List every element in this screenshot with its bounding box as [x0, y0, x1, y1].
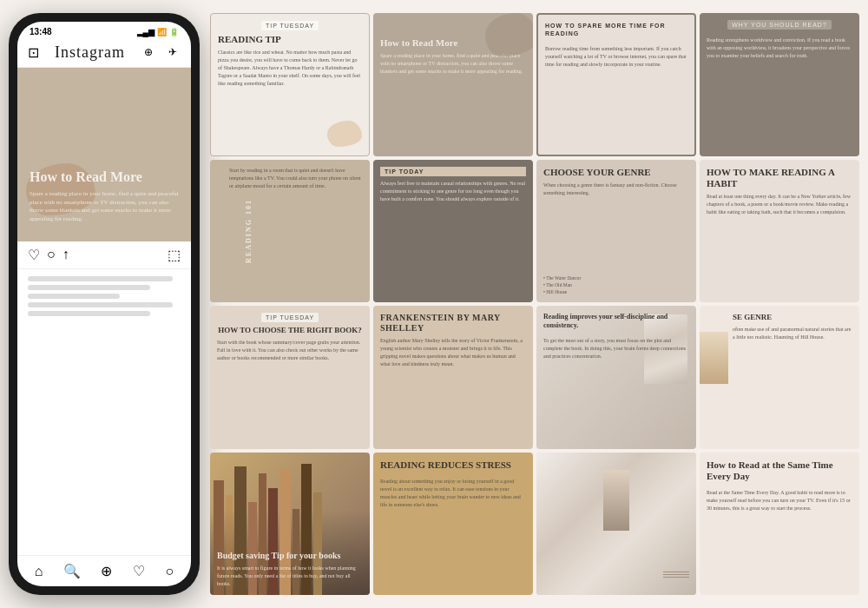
add-post-icon[interactable]: ⊕	[141, 45, 156, 61]
post-body-3: Borrow reading time from something less …	[545, 45, 687, 147]
main-container: 13:48 ▂▄▆ 📶 🔋 ⊡ Instagram ⊕ ✈	[0, 0, 868, 608]
post-inner-14: READING REDUCES STRESS Reading about som…	[373, 453, 533, 596]
post-card-9: TIP TUESDAY HOW TO CHOOSE THE RIGHT BOOK…	[210, 306, 370, 449]
post-body-13: It is always smart to figure in terms of…	[217, 565, 363, 588]
post-body-12: often make use of and paranormal natural…	[733, 326, 852, 341]
post-card-13: Budget saving Tip for your books It is a…	[210, 453, 370, 596]
post-inner-9: TIP TUESDAY HOW TO CHOOSE THE RIGHT BOOK…	[210, 306, 370, 449]
post-card-12: SE GENRE often make use of and paranorma…	[700, 306, 859, 449]
post-title-1: READING TIP	[218, 34, 362, 45]
tip-today-tag: TIP TODAY	[380, 167, 526, 176]
search-icon[interactable]: 🔍	[63, 563, 81, 579]
phone-actions: ♡ ○ ↑ ⬚	[17, 241, 191, 269]
wifi-icon: 📶	[157, 28, 167, 36]
deco-line-1	[663, 572, 689, 572]
phone-status-icons: ▂▄▆ 📶 🔋	[137, 28, 179, 36]
posts-grid: Tip Tuesday READING TIP Classics are lik…	[210, 13, 859, 595]
phone-status-bar: 13:48 ▂▄▆ 📶 🔋	[17, 22, 191, 38]
messenger-icon[interactable]: ✈	[165, 45, 181, 61]
post-title-3: HOW TO SPARE MORE TIME FOR Reading	[545, 22, 687, 37]
post-title-16: How to Read at the Same Time Every Day	[707, 459, 852, 482]
post-tag-1: Tip Tuesday	[261, 21, 319, 30]
post-card-16: How to Read at the Same Time Every Day R…	[700, 453, 859, 596]
post-tag-4: WHY YOU SHOULD READ?	[727, 20, 832, 30]
budget-title: Budget saving Tip for your books	[217, 551, 363, 561]
home-icon[interactable]: ⌂	[35, 564, 43, 579]
post-card-4: WHY YOU SHOULD READ? Reading strengthens…	[700, 13, 859, 156]
post-inner-16: How to Read at the Same Time Every Day R…	[700, 453, 859, 596]
deco-lines	[663, 572, 689, 578]
add-icon[interactable]: ⊕	[101, 563, 112, 579]
instagram-header: ⊡ Instagram ⊕ ✈	[17, 38, 191, 68]
post-card-6: TIP TODAY Always feel free to maintain c…	[373, 160, 533, 303]
list-item-3: • Hill House	[543, 288, 689, 295]
hero-title: How to Read More	[30, 169, 179, 185]
post-body-16: Read at the Same Time Every Day. A good …	[707, 489, 852, 588]
post-card-11: Reading improves your self-discipline an…	[536, 306, 696, 449]
signal-icon: ▂▄▆	[137, 28, 155, 36]
phone-post-hero: How to Read More Spare a reading place i…	[17, 68, 191, 241]
hero-text: How to Read More Spare a reading place i…	[30, 169, 179, 224]
post-title-7: CHOOSE YOUR GENRE	[543, 167, 689, 178]
list-item-1: • The Water Dancer	[543, 274, 689, 281]
post-body-9: Start with the book whose summary/cover …	[217, 339, 363, 442]
post-body-7: When choosing a genre there is fantasy a…	[543, 182, 689, 271]
post-body-10: English author Mary Shelley tells the st…	[380, 337, 526, 442]
post-inner-3: HOW TO SPARE MORE TIME FOR Reading Borro…	[538, 15, 694, 155]
phone-screen: 13:48 ▂▄▆ 📶 🔋 ⊡ Instagram ⊕ ✈	[17, 22, 191, 586]
frankenstein-title: FRANKENSTEIN BY MARY SHELLEY	[380, 313, 526, 334]
post-inner-11: Reading improves your self-discipline an…	[536, 306, 696, 449]
post-vertical-text-5: READING 101	[245, 199, 253, 263]
save-icon[interactable]: ⬚	[168, 247, 181, 263]
post-card-1: Tip Tuesday READING TIP Classics are lik…	[210, 13, 370, 156]
share-icon[interactable]: ↑	[62, 247, 69, 263]
phone-mockup: 13:48 ▂▄▆ 📶 🔋 ⊡ Instagram ⊕ ✈	[9, 13, 200, 595]
content-line	[28, 285, 150, 290]
post-inner-12: SE GENRE often make use of and paranorma…	[700, 306, 859, 449]
phone-time: 13:48	[30, 27, 52, 36]
content-line	[28, 276, 173, 281]
action-icons-left: ♡ ○ ↑	[28, 247, 69, 263]
post-inner-13: Budget saving Tip for your books It is a…	[210, 453, 370, 596]
list-item-2: • The Old Man	[543, 281, 689, 288]
post-tag-9: TIP TUESDAY	[261, 313, 319, 322]
deco-line-2	[663, 574, 689, 575]
hero-blob-1	[103, 72, 191, 167]
deco-line-3	[663, 577, 689, 578]
post-content-12: SE GENRE often make use of and paranorma…	[733, 313, 852, 341]
content-line	[28, 294, 120, 299]
post-title-14: READING REDUCES STRESS	[380, 459, 526, 471]
post-body-14: Reading about something you enjoy or los…	[380, 478, 526, 588]
phone-bottom-nav: ⌂ 🔍 ⊕ ♡ ○	[17, 555, 191, 586]
post-inner-2: How to Read More Spare a reading place i…	[373, 13, 533, 156]
post-inner-10: FRANKENSTEIN BY MARY SHELLEY English aut…	[373, 306, 533, 449]
hero-body: Spare a reading place in your home, find…	[30, 190, 179, 224]
like-icon[interactable]: ♡	[28, 247, 40, 263]
instagram-logo: Instagram	[55, 43, 125, 62]
battery-icon: 🔋	[169, 28, 179, 36]
post-title-8: HOW TO MAKE READING A HABIT	[707, 167, 852, 189]
post-inner-8: HOW TO MAKE READING A HABIT Read at leas…	[700, 160, 859, 303]
post-card-7: CHOOSE YOUR GENRE When choosing a genre …	[536, 160, 696, 303]
content-line	[28, 311, 150, 316]
budget-text: Budget saving Tip for your books It is a…	[217, 551, 363, 588]
post-inner-4: WHY YOU SHOULD READ? Reading strengthens…	[700, 13, 859, 156]
post-title-12: SE GENRE	[733, 313, 852, 323]
post-card-2: How to Read More Spare a reading place i…	[373, 13, 533, 156]
post-card-14: READING REDUCES STRESS Reading about som…	[373, 453, 533, 596]
post-inner-6: TIP TODAY Always feel free to maintain c…	[373, 160, 533, 303]
instagram-actions: ⊕ ✈	[141, 45, 181, 61]
post-inner-15	[536, 453, 696, 596]
post-body-11: To get the most out of a story, you must…	[543, 337, 689, 442]
camera-icon[interactable]: ⊡	[28, 44, 39, 61]
blob-decoration	[485, 13, 533, 56]
post-body-8: Read at least one thing every day. It ca…	[707, 193, 852, 295]
post-body-4: Reading strengthens worldview and convic…	[707, 36, 852, 149]
blob-decoration	[327, 121, 362, 147]
post-card-3: HOW TO SPARE MORE TIME FOR Reading Borro…	[536, 13, 696, 156]
heart-icon[interactable]: ♡	[133, 563, 145, 579]
profile-icon[interactable]: ○	[166, 564, 174, 579]
post-body-6: Always feel free to maintain casual rela…	[380, 180, 526, 296]
post-card-5: READING 101 Start by reading in a room t…	[210, 160, 370, 303]
comment-icon[interactable]: ○	[47, 247, 56, 263]
